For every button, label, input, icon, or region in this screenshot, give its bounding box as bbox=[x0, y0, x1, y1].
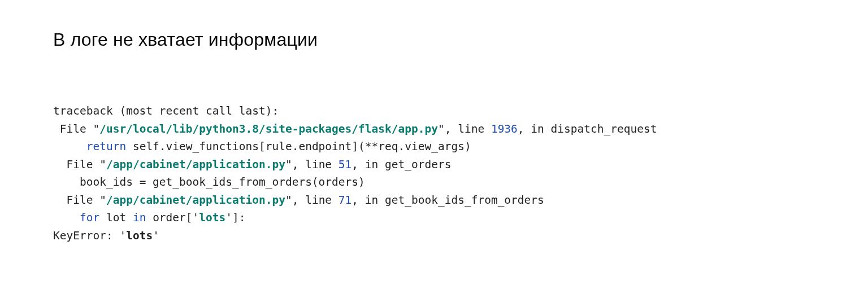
frame-0-code: return self.view_functions[rule.endpoint… bbox=[53, 140, 471, 153]
frame-0-path: /usr/local/lib/python3.8/site-packages/f… bbox=[99, 122, 438, 135]
frame-1-code: book_ids = get_book_ids_from_orders(orde… bbox=[53, 176, 365, 189]
frame-1-path: /app/cabinet/application.py bbox=[106, 158, 285, 171]
slide-title: В логе не хватает информации bbox=[53, 29, 815, 50]
error-line: KeyError: 'lots' bbox=[53, 229, 159, 242]
frame-2-code: for lot in order['lots']: bbox=[53, 211, 246, 224]
frame-2-file: File "/app/cabinet/application.py", line… bbox=[53, 194, 544, 207]
traceback-block: traceback (most recent call last): File … bbox=[53, 102, 815, 245]
frame-1-lineno: 51 bbox=[338, 158, 351, 171]
error-key: lots bbox=[126, 229, 153, 242]
frame-2-path: /app/cabinet/application.py bbox=[106, 194, 285, 207]
slide-container: В логе не хватает информации traceback (… bbox=[0, 0, 868, 245]
frame-0-lineno: 1936 bbox=[491, 122, 518, 135]
frame-0-file: File "/usr/local/lib/python3.8/site-pack… bbox=[53, 122, 657, 135]
frame-2-lineno: 71 bbox=[338, 194, 351, 207]
traceback-header: traceback (most recent call last): bbox=[53, 104, 279, 117]
frame-1-func: get_orders bbox=[385, 158, 451, 171]
frame-0-func: dispatch_request bbox=[551, 122, 657, 135]
frame-2-func: get_book_ids_from_orders bbox=[385, 194, 544, 207]
frame-1-file: File "/app/cabinet/application.py", line… bbox=[53, 158, 451, 171]
